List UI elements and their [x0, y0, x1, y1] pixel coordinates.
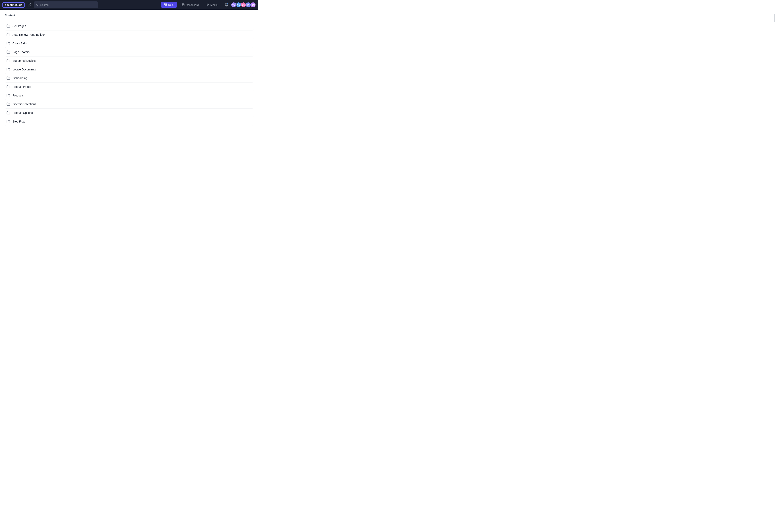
tab-dashboard[interactable]: Dashboard — [179, 2, 202, 8]
tab-media-label: Media — [210, 3, 217, 6]
folder-name: Product Pages — [13, 85, 31, 88]
divider — [5, 20, 253, 20]
folder-icon — [6, 102, 10, 106]
search-input[interactable] — [40, 3, 96, 6]
folder-icon — [6, 120, 10, 123]
svg-marker-9 — [206, 3, 209, 6]
avatar-vc2[interactable]: VC — [236, 2, 241, 8]
folder-name: Step Flow — [13, 120, 25, 123]
svg-rect-2 — [164, 4, 165, 5]
search-bar[interactable] — [34, 1, 98, 8]
dashboard-icon — [181, 3, 185, 6]
folder-item-product-pages[interactable]: Product Pages — [5, 82, 253, 91]
folder-name: Products — [13, 94, 24, 97]
folder-name: Supported Devices — [13, 59, 36, 62]
folder-list: Sell Pages Auto Renew Page Builder Cross… — [5, 22, 253, 126]
folder-name: Locale Documents — [13, 68, 36, 71]
tab-desk[interactable]: Desk — [161, 2, 177, 8]
svg-rect-5 — [164, 5, 165, 6]
svg-point-10 — [227, 3, 228, 4]
main-content: Content Sell Pages Auto Renew Page Build… — [0, 10, 258, 130]
tab-desk-label: Desk — [168, 3, 174, 6]
folder-item-product-options[interactable]: Product Options — [5, 109, 253, 117]
folder-icon — [6, 33, 10, 37]
folder-item-locale-documents[interactable]: Locale Documents — [5, 65, 253, 74]
folder-item-supported-devices[interactable]: Supported Devices — [5, 56, 253, 65]
folder-icon — [6, 76, 10, 80]
tab-media[interactable]: Media — [203, 2, 220, 8]
tab-dashboard-label: Dashboard — [186, 3, 199, 6]
folder-item-step-flow[interactable]: Step Flow — [5, 117, 253, 126]
notification-button[interactable] — [224, 2, 229, 7]
topnav: openfit-studio Desk Dashboard M — [0, 0, 258, 10]
edit-icon — [28, 3, 31, 6]
avatar-bm[interactable]: BM — [250, 2, 256, 8]
folder-name: Sell Pages — [13, 24, 26, 28]
edit-button[interactable] — [26, 2, 32, 8]
folder-item-auto-renew[interactable]: Auto Renew Page Builder — [5, 30, 253, 39]
folder-name: Page Footers — [13, 50, 29, 54]
folder-icon — [6, 59, 10, 63]
avatar-ss[interactable]: SS — [240, 2, 246, 8]
folder-item-sell-pages[interactable]: Sell Pages — [5, 22, 253, 30]
folder-name: Openfit Collections — [13, 102, 36, 106]
folder-name: Cross Sells — [13, 42, 27, 45]
folder-name: Onboarding — [13, 76, 27, 80]
folder-item-openfit-collections[interactable]: Openfit Collections — [5, 100, 253, 109]
folder-icon — [6, 50, 10, 54]
folder-icon — [6, 94, 10, 97]
folder-icon — [6, 24, 10, 28]
svg-line-1 — [38, 5, 38, 6]
desk-icon — [164, 3, 167, 6]
bell-icon — [224, 3, 228, 7]
nav-icons: VC VC SS M BM — [224, 2, 256, 8]
folder-icon — [6, 111, 10, 115]
avatar-vc1[interactable]: VC — [231, 2, 236, 8]
folder-item-cross-sells[interactable]: Cross Sells — [5, 39, 253, 48]
svg-rect-4 — [166, 5, 167, 6]
svg-rect-3 — [166, 4, 167, 5]
folder-item-onboarding[interactable]: Onboarding — [5, 74, 253, 82]
folder-item-products[interactable]: Products — [5, 91, 253, 100]
folder-item-page-footers[interactable]: Page Footers — [5, 48, 253, 56]
folder-icon — [6, 85, 10, 89]
avatar-group: VC VC SS M BM — [231, 2, 256, 8]
search-icon — [36, 3, 39, 6]
logo-button[interactable]: openfit-studio — [2, 2, 25, 8]
svg-rect-6 — [182, 4, 184, 6]
folder-name: Product Options — [13, 111, 33, 114]
media-icon — [206, 3, 209, 6]
folder-name: Auto Renew Page Builder — [13, 33, 45, 36]
avatar-m[interactable]: M — [245, 2, 251, 8]
folder-icon — [6, 68, 10, 71]
folder-icon — [6, 42, 10, 45]
section-title: Content — [5, 14, 253, 17]
